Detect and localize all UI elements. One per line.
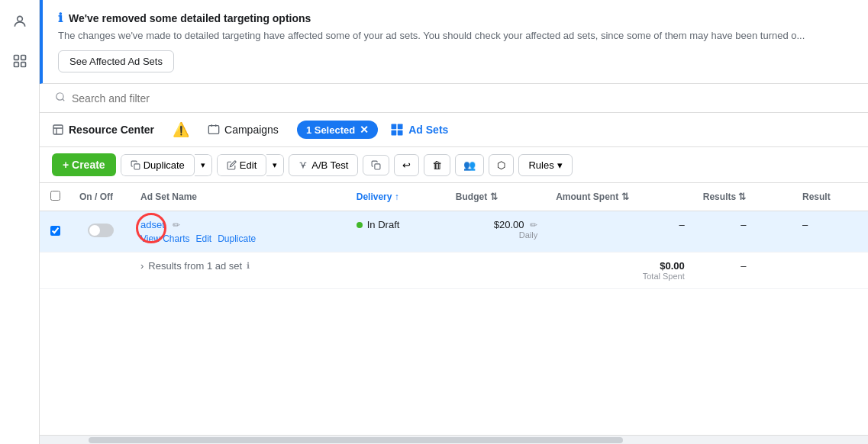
th-adset-name: Ad Set Name: [131, 183, 347, 211]
row-name-cell: adset ✏ View Charts Edit Duplicate: [131, 211, 347, 253]
edit-dropdown[interactable]: ▾: [266, 154, 284, 176]
budget-amount: $20.00: [494, 219, 524, 230]
results-summary: › Results from 1 ad set ℹ: [140, 260, 338, 272]
th-checkbox[interactable]: [40, 183, 70, 211]
svg-rect-3: [14, 63, 18, 67]
summary-row: › Results from 1 ad set ℹ $0.00 To: [40, 253, 868, 289]
rules-dropdown-icon: ▾: [557, 159, 563, 171]
budget-period: Daily: [456, 230, 537, 240]
svg-rect-6: [53, 125, 63, 134]
summary-expand-cell: [40, 253, 131, 289]
th-delivery[interactable]: Delivery ↑: [347, 183, 447, 211]
total-label: Total Spent: [556, 272, 685, 281]
see-affected-ad-sets-button[interactable]: See Affected Ad Sets: [58, 50, 174, 72]
svg-rect-12: [134, 163, 140, 169]
campaigns-label: Campaigns: [224, 124, 279, 136]
row-delivery-cell: In Draft: [347, 211, 447, 253]
campaigns-button[interactable]: Campaigns: [202, 121, 285, 139]
undo-button[interactable]: ↩: [394, 154, 419, 176]
svg-rect-7: [208, 126, 218, 134]
context-duplicate-button[interactable]: Duplicate: [218, 233, 256, 244]
delivery-status-text: In Draft: [367, 219, 400, 230]
total-spent: $0.00 Total Spent: [556, 260, 685, 281]
delete-button[interactable]: 🗑: [424, 154, 450, 176]
sidebar: [0, 0, 40, 444]
row-amount-cell: –: [547, 211, 694, 253]
summary-amount-cell: $0.00 Total Spent: [547, 253, 694, 289]
duplicate-group: Duplicate ▾: [121, 154, 212, 176]
delivery-container: In Draft: [357, 219, 437, 230]
clear-selected-button[interactable]: ✕: [360, 124, 369, 136]
toggle-knob: [89, 225, 100, 236]
summary-results-value: –: [741, 260, 746, 272]
row-checkbox-cell[interactable]: [40, 211, 70, 253]
copy-button[interactable]: [363, 155, 389, 175]
duplicate-dropdown[interactable]: ▾: [195, 154, 212, 176]
svg-rect-4: [21, 63, 25, 67]
summary-results: –: [703, 260, 784, 272]
info-icon: ℹ: [58, 11, 63, 25]
adset-name-container: adset ✏: [140, 219, 338, 230]
budget-sort-icon: ⇅: [490, 191, 498, 202]
budget-edit-icon[interactable]: ✏: [530, 220, 537, 230]
th-budget[interactable]: Budget ⇅: [447, 183, 547, 211]
svg-point-5: [56, 93, 63, 100]
name-edit-icon[interactable]: ✏: [173, 220, 180, 230]
th-toggle: On / Off: [70, 183, 131, 211]
summary-label-cell: › Results from 1 ad set ℹ: [131, 253, 347, 289]
table-container[interactable]: On / Off Ad Set Name Delivery ↑ Budget ⇅…: [40, 183, 868, 435]
adset-name-wrapper: adset: [140, 219, 165, 230]
abtest-label: A/B Test: [311, 159, 348, 171]
selected-badge: 1 Selected ✕: [297, 121, 378, 139]
share-button[interactable]: ⬡: [489, 154, 514, 176]
expand-icon[interactable]: ›: [140, 260, 144, 272]
th-amount-spent[interactable]: Amount Spent ⇅: [547, 183, 694, 211]
notification-title-text: We've removed some detailed targeting op…: [69, 12, 311, 24]
results-sort-icon: ⇅: [738, 191, 746, 202]
search-icon: [55, 92, 66, 105]
th-result-rate[interactable]: Result: [793, 183, 868, 211]
svg-rect-2: [21, 56, 25, 60]
ad-sets-label: Ad Sets: [408, 124, 448, 136]
context-edit-button[interactable]: Edit: [195, 233, 211, 244]
duplicate-button[interactable]: Duplicate: [121, 154, 195, 176]
selected-label: 1 Selected: [306, 124, 355, 136]
svg-rect-10: [392, 130, 397, 136]
resource-center-label: Resource Center: [69, 124, 154, 136]
ad-sets-button[interactable]: Ad Sets: [390, 123, 448, 137]
total-amount: $0.00: [556, 260, 685, 272]
row-toggle[interactable]: [88, 224, 114, 237]
row-results-cell: –: [694, 211, 793, 253]
notification-bar: ℹ We've removed some detailed targeting …: [40, 0, 868, 84]
search-input[interactable]: [72, 92, 853, 105]
row-result-rate-cell: –: [793, 211, 868, 253]
people-button[interactable]: 👥: [455, 154, 484, 176]
person-icon[interactable]: [6, 8, 34, 35]
horizontal-scrollbar[interactable]: [89, 437, 623, 443]
results-value: –: [741, 219, 746, 230]
grid-icon[interactable]: [6, 47, 34, 75]
edit-label: Edit: [240, 159, 257, 171]
create-button[interactable]: + Create: [52, 153, 116, 176]
abtest-button[interactable]: A/B Test: [289, 154, 358, 176]
summary-results-cell: –: [694, 253, 793, 289]
svg-rect-9: [398, 124, 403, 130]
rules-label: Rules: [528, 159, 553, 171]
delivery-status-dot: [357, 222, 363, 228]
row-checkbox[interactable]: [50, 226, 60, 236]
search-bar: [40, 84, 868, 113]
scrollbar-row: [40, 435, 868, 444]
th-results[interactable]: Results ⇅: [694, 183, 793, 211]
row-toggle-cell[interactable]: [70, 211, 131, 253]
summary-rate-cell: [793, 253, 868, 289]
warning-icon: ⚠️: [173, 121, 189, 138]
row-budget-cell: $20.00 ✏ Daily: [447, 211, 547, 253]
amount-sort-icon: ⇅: [621, 191, 629, 202]
duplicate-label: Duplicate: [144, 159, 185, 171]
svg-rect-8: [392, 124, 397, 130]
rules-button[interactable]: Rules ▾: [518, 154, 572, 176]
summary-info-icon: ℹ: [247, 261, 250, 271]
select-all-checkbox[interactable]: [50, 191, 60, 201]
edit-button[interactable]: Edit: [217, 154, 266, 176]
svg-rect-13: [375, 163, 380, 169]
